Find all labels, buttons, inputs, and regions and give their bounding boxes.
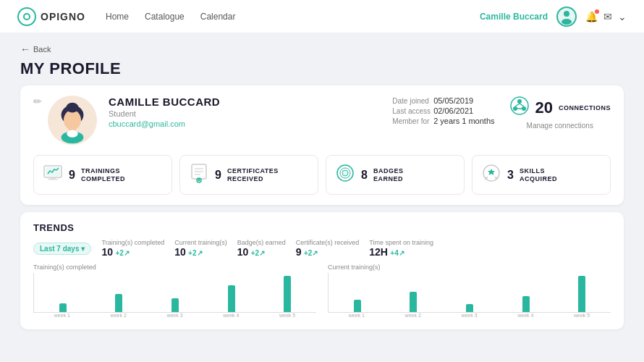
trainings-count: 9: [69, 169, 75, 182]
svg-point-9: [517, 99, 522, 104]
svg-point-3: [64, 110, 81, 130]
logo-icon: [17, 7, 36, 26]
chart-bar: [284, 276, 291, 312]
edit-icon[interactable]: ✏: [33, 96, 42, 107]
trend-trainings-label: Training(s) completed: [101, 239, 164, 246]
badges-count: 8: [361, 169, 368, 182]
svg-point-4: [66, 103, 78, 113]
monitor-icon: [43, 163, 63, 183]
trends-title: TRENDS: [33, 222, 611, 233]
main-content: ← Back MY PROFILE ✏: [0, 33, 644, 362]
avatar-icon: [558, 8, 575, 25]
profile-avatar: [48, 96, 97, 145]
connections-label: CONNECTIONS: [559, 104, 611, 111]
member-for-value: 2 years 1 months: [433, 116, 497, 126]
trend-metric-trainings: Training(s) completed 10 +2↗: [101, 239, 164, 258]
chart-week: [149, 276, 201, 312]
connections-manage[interactable]: Manage connections: [527, 122, 593, 130]
profile-card: ✏ CAM: [20, 85, 624, 205]
profile-name: CAMILLE BUCCARD: [109, 96, 359, 108]
chart-current-area: [328, 273, 611, 313]
chart-trainings-title: Training(s) completed: [33, 264, 316, 271]
chart-week: [37, 276, 89, 312]
trend-metric-badges: Badge(s) earned 10 +2↗: [237, 239, 286, 258]
avatar: [556, 7, 577, 27]
skills-gear-icon: [481, 163, 501, 183]
nav-catalogue[interactable]: Catalogue: [145, 12, 185, 22]
chart-week: [556, 276, 608, 312]
chart-week-label: week 5: [261, 313, 313, 318]
skills-label: SKILLS ACQUIRED: [520, 167, 557, 183]
trend-certs-label: Certificate(s) received: [296, 239, 360, 246]
chart-week: [444, 276, 496, 312]
chart-week: [388, 276, 440, 312]
chart-bar: [410, 292, 417, 312]
logo-inner-circle: [23, 13, 30, 20]
trend-trainings-change: +2↗: [115, 249, 129, 257]
date-joined-value: 05/05/2019: [433, 96, 497, 106]
chart-bar: [171, 298, 179, 312]
trainings-label: TRAININGS COMPLETED: [81, 167, 125, 183]
chart-bar: [354, 300, 361, 312]
chart-week-label: week 3: [149, 313, 201, 318]
connections-icon: [509, 96, 530, 120]
user-name: Camille Buccard: [480, 12, 548, 22]
notification-icon[interactable]: 🔔: [585, 11, 598, 22]
svg-point-7: [67, 130, 77, 137]
trend-badges-value: 10: [237, 246, 249, 258]
trend-badges-label: Badge(s) earned: [237, 239, 286, 246]
chart-week: [500, 276, 552, 312]
chart-bar: [466, 304, 473, 312]
stat-trainings: 9 TRAININGS COMPLETED: [33, 155, 172, 195]
chart-trainings-area: [33, 273, 316, 313]
chart-week: [261, 276, 313, 312]
chart-bar: [522, 296, 530, 312]
chart-week-label: week 2: [93, 313, 145, 318]
certificates-count: 9: [215, 169, 221, 182]
navbar-left: OPIGNO Home Catalogue Calendar: [17, 7, 235, 26]
chart-trainings: Training(s) completed week 1week 2week 3…: [33, 264, 316, 318]
chart-bar: [115, 294, 122, 312]
chart-current: Current training(s) week 1week 2week 3we…: [328, 264, 611, 318]
mail-icon[interactable]: ✉: [603, 11, 612, 22]
stat-certificates: 9 CERTIFICATES RECEIVED: [179, 155, 318, 195]
profile-email[interactable]: cbuccard@gmail.com: [109, 119, 359, 128]
chart-week-label: week 4: [205, 313, 257, 318]
badges-icon: [335, 163, 355, 187]
nav-calendar[interactable]: Calendar: [200, 12, 236, 22]
back-link[interactable]: ← Back: [20, 43, 624, 55]
chart-week-label: week 1: [36, 313, 88, 318]
member-for-label: Member for: [392, 116, 433, 126]
trend-current-label: Current training(s): [174, 239, 227, 246]
trend-current-change: +2↗: [188, 249, 202, 257]
trend-metric-certs: Certificate(s) received 9 +2↗: [296, 239, 360, 258]
last-access-label: Last access: [392, 106, 433, 116]
svg-point-27: [342, 170, 348, 176]
logo: OPIGNO: [17, 7, 85, 26]
profile-meta: Date joined 05/05/2019 Last access 02/06…: [392, 96, 497, 126]
chart-week-label: week 2: [387, 313, 439, 318]
trend-time-label: Time spent on training: [369, 239, 433, 246]
back-arrow-icon: ←: [20, 43, 30, 55]
svg-point-1: [562, 19, 572, 25]
nav-home[interactable]: Home: [106, 12, 129, 22]
profile-info: CAMILLE BUCCARD Student cbuccard@gmail.c…: [109, 96, 359, 128]
trend-trainings-value: 10: [101, 246, 113, 258]
chart-week: [93, 276, 145, 312]
stat-badges: 8 BADGES EARNED: [326, 155, 465, 195]
trend-current-value: 10: [174, 246, 186, 258]
chart-bar: [228, 285, 235, 313]
connections-count: 20: [535, 98, 553, 117]
stats-row: 9 TRAININGS COMPLETED 9: [33, 155, 611, 195]
trend-metric-time: Time spent on training 12H +4↗: [369, 239, 433, 258]
period-badge[interactable]: Last 7 days ▾: [33, 243, 91, 255]
trend-badges-change: +2↗: [251, 249, 265, 257]
badge-icon: [335, 163, 355, 183]
nav-links: Home Catalogue Calendar: [106, 12, 235, 22]
connections-network-icon: [509, 96, 530, 116]
certificates-label: CERTIFICATES RECEIVED: [227, 167, 279, 183]
connections-row: 20 CONNECTIONS: [509, 96, 611, 120]
trend-certs-change: +2↗: [304, 249, 318, 257]
account-menu-icon[interactable]: ⌄: [618, 11, 627, 22]
stat-skills: 3 SKILLS ACQUIRED: [472, 155, 611, 195]
